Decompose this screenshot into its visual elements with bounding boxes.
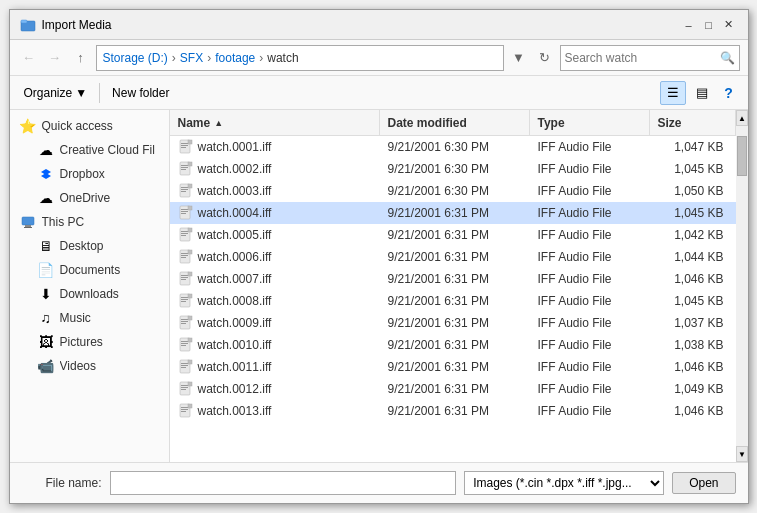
- view-tiles-button[interactable]: ▤: [689, 81, 715, 105]
- file-date-cell: 9/21/2001 6:31 PM: [380, 248, 530, 266]
- file-icon: [178, 249, 194, 265]
- table-row[interactable]: watch.0001.iff 9/21/2001 6:30 PM IFF Aud…: [170, 136, 736, 158]
- sidebar-item-desktop[interactable]: 🖥 Desktop: [10, 234, 169, 258]
- file-type-cell: IFF Audio File: [530, 270, 650, 288]
- organize-button[interactable]: Organize ▼: [18, 83, 94, 103]
- svg-rect-6: [24, 227, 32, 228]
- file-name-cell: watch.0002.iff: [170, 159, 380, 179]
- svg-rect-45: [181, 301, 186, 302]
- minimize-button[interactable]: –: [680, 16, 698, 34]
- table-row[interactable]: watch.0007.iff 9/21/2001 6:31 PM IFF Aud…: [170, 268, 736, 290]
- up-button[interactable]: ↑: [70, 47, 92, 69]
- sidebar-item-this-pc[interactable]: This PC: [10, 210, 169, 234]
- file-list[interactable]: watch.0001.iff 9/21/2001 6:30 PM IFF Aud…: [170, 136, 736, 462]
- file-size-cell: 1,038 KB: [650, 336, 736, 354]
- column-header-size[interactable]: Size: [650, 110, 736, 135]
- table-row[interactable]: watch.0013.iff 9/21/2001 6:31 PM IFF Aud…: [170, 400, 736, 422]
- dropdown-arrow-button[interactable]: ▼: [508, 47, 530, 69]
- sidebar-item-pictures[interactable]: 🖼 Pictures: [10, 330, 169, 354]
- breadcrumb: Storage (D:) › SFX › footage › watch: [96, 45, 504, 71]
- file-type-dropdown[interactable]: Images (*.cin *.dpx *.iff *.jpg...: [464, 471, 664, 495]
- scroll-thumb[interactable]: [737, 136, 747, 176]
- breadcrumb-item-storage[interactable]: Storage (D:): [103, 51, 168, 65]
- svg-rect-23: [181, 209, 188, 210]
- table-row[interactable]: watch.0004.iff 9/21/2001 6:31 PM IFF Aud…: [170, 202, 736, 224]
- sidebar-item-music[interactable]: ♫ Music: [10, 306, 169, 330]
- svg-rect-28: [181, 231, 188, 232]
- search-input[interactable]: [565, 51, 720, 65]
- new-folder-button[interactable]: New folder: [106, 83, 175, 103]
- close-button[interactable]: ✕: [720, 16, 738, 34]
- file-size-cell: 1,046 KB: [650, 270, 736, 288]
- file-list-header: Name ▲ Date modified Type Size: [170, 110, 736, 136]
- table-row[interactable]: watch.0009.iff 9/21/2001 6:31 PM IFF Aud…: [170, 312, 736, 334]
- svg-rect-60: [181, 367, 186, 368]
- table-row[interactable]: watch.0012.iff 9/21/2001 6:31 PM IFF Aud…: [170, 378, 736, 400]
- svg-rect-36: [188, 250, 192, 254]
- column-header-type[interactable]: Type: [530, 110, 650, 135]
- help-button[interactable]: ?: [718, 82, 740, 104]
- back-button[interactable]: ←: [18, 47, 40, 69]
- desktop-icon: 🖥: [38, 238, 54, 254]
- table-row[interactable]: watch.0008.iff 9/21/2001 6:31 PM IFF Aud…: [170, 290, 736, 312]
- table-row[interactable]: watch.0011.iff 9/21/2001 6:31 PM IFF Aud…: [170, 356, 736, 378]
- sidebar-item-creative-cloud[interactable]: ☁ Creative Cloud Fil: [10, 138, 169, 162]
- sidebar-dropbox-label: Dropbox: [60, 167, 105, 181]
- file-name-cell: watch.0012.iff: [170, 379, 380, 399]
- view-details-button[interactable]: ☰: [660, 81, 686, 105]
- sidebar-item-videos[interactable]: 📹 Videos: [10, 354, 169, 378]
- cloud-icon: ☁: [38, 142, 54, 158]
- file-name: watch.0011.iff: [198, 360, 272, 374]
- file-size-cell: 1,037 KB: [650, 314, 736, 332]
- sidebar-pictures-label: Pictures: [60, 335, 103, 349]
- open-button[interactable]: Open: [672, 472, 735, 494]
- table-row[interactable]: watch.0006.iff 9/21/2001 6:31 PM IFF Aud…: [170, 246, 736, 268]
- breadcrumb-item-watch[interactable]: watch: [267, 51, 298, 65]
- column-header-date[interactable]: Date modified: [380, 110, 530, 135]
- file-date-cell: 9/21/2001 6:31 PM: [380, 380, 530, 398]
- sidebar-item-documents[interactable]: 📄 Documents: [10, 258, 169, 282]
- file-name-input[interactable]: [110, 471, 457, 495]
- sidebar-item-dropbox[interactable]: Dropbox: [10, 162, 169, 186]
- svg-rect-35: [181, 257, 186, 258]
- svg-rect-66: [188, 382, 192, 386]
- import-media-dialog: Import Media – □ ✕ ← → ↑ Storage (D:) › …: [9, 9, 749, 504]
- table-row[interactable]: watch.0003.iff 9/21/2001 6:30 PM IFF Aud…: [170, 180, 736, 202]
- column-header-name[interactable]: Name ▲: [170, 110, 380, 135]
- svg-rect-55: [181, 345, 186, 346]
- svg-rect-8: [181, 143, 188, 144]
- file-name-cell: watch.0003.iff: [170, 181, 380, 201]
- sidebar-item-downloads[interactable]: ⬇ Downloads: [10, 282, 169, 306]
- table-row[interactable]: watch.0002.iff 9/21/2001 6:30 PM IFF Aud…: [170, 158, 736, 180]
- svg-rect-70: [181, 411, 186, 412]
- maximize-button[interactable]: □: [700, 16, 718, 34]
- file-name: watch.0008.iff: [198, 294, 272, 308]
- file-date-cell: 9/21/2001 6:31 PM: [380, 358, 530, 376]
- right-scrollbar[interactable]: ▲ ▼: [736, 110, 748, 462]
- refresh-button[interactable]: ↻: [534, 47, 556, 69]
- scroll-down-button[interactable]: ▼: [736, 446, 748, 462]
- breadcrumb-item-footage[interactable]: footage: [215, 51, 255, 65]
- file-size-cell: 1,045 KB: [650, 204, 736, 222]
- sidebar-documents-label: Documents: [60, 263, 121, 277]
- scroll-up-button[interactable]: ▲: [736, 110, 748, 126]
- pictures-icon: 🖼: [38, 334, 54, 350]
- file-size-cell: 1,050 KB: [650, 182, 736, 200]
- forward-button[interactable]: →: [44, 47, 66, 69]
- title-bar: Import Media – □ ✕: [10, 10, 748, 40]
- svg-rect-18: [181, 187, 188, 188]
- file-name: watch.0004.iff: [198, 206, 272, 220]
- sidebar-item-onedrive[interactable]: ☁ OneDrive: [10, 186, 169, 210]
- file-date-cell: 9/21/2001 6:31 PM: [380, 314, 530, 332]
- breadcrumb-item-sfx[interactable]: SFX: [180, 51, 203, 65]
- title-controls: – □ ✕: [680, 16, 738, 34]
- svg-rect-40: [181, 279, 186, 280]
- table-row[interactable]: watch.0010.iff 9/21/2001 6:31 PM IFF Aud…: [170, 334, 736, 356]
- svg-rect-5: [25, 225, 31, 227]
- toolbar-right: ☰ ▤ ?: [660, 81, 740, 105]
- file-type-cell: IFF Audio File: [530, 292, 650, 310]
- svg-rect-26: [188, 206, 192, 210]
- file-list-container: Name ▲ Date modified Type Size: [170, 110, 736, 462]
- sidebar-item-quick-access[interactable]: ⭐ Quick access: [10, 114, 169, 138]
- table-row[interactable]: watch.0005.iff 9/21/2001 6:31 PM IFF Aud…: [170, 224, 736, 246]
